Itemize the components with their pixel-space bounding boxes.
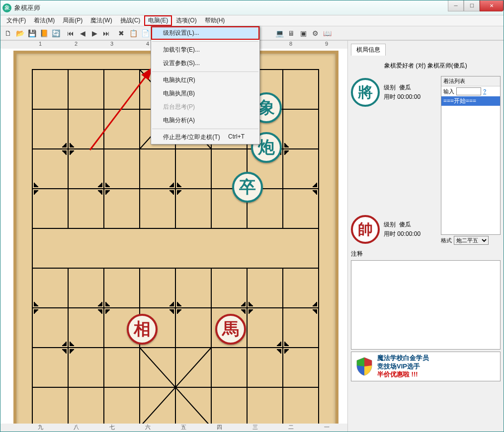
first-icon[interactable]: ⏮ xyxy=(65,28,76,39)
red-player-row: 帥 级别 傻瓜 用时 00:00:00 xyxy=(351,215,437,244)
terminal-icon[interactable]: ▣ xyxy=(298,28,309,39)
menu-挑战(C)[interactable]: 挑战(C) xyxy=(116,15,145,26)
menu-局面(P)[interactable]: 局面(P) xyxy=(59,15,86,26)
maximize-button[interactable]: ☐ xyxy=(464,0,480,11)
menu-item[interactable]: 电脑分析(A) xyxy=(151,114,259,127)
cancel-icon[interactable]: ✖ xyxy=(116,28,127,39)
ad-line3: 半价优惠啦 !!! xyxy=(377,370,429,379)
tab-game-info[interactable]: 棋局信息 xyxy=(351,44,386,56)
side-panel: 棋局信息 象棋爱好者 (对) 象棋巫师(傻瓜) 將 级别 傻瓜 用时 00:00… xyxy=(347,41,504,432)
moves-scroll[interactable]: ===开始=== xyxy=(441,96,500,234)
app-icon: 象 xyxy=(2,3,11,12)
black-time: 00:00:00 xyxy=(397,93,420,100)
moves-header: 着法列表 xyxy=(441,76,500,86)
menu-着法(M)[interactable]: 着法(M) xyxy=(30,15,59,26)
save-icon[interactable]: 💾 xyxy=(26,28,37,39)
input-label: 输入 xyxy=(443,88,454,95)
menu-item: 后台思考(P) xyxy=(151,100,259,114)
menu-魔法(W)[interactable]: 魔法(W) xyxy=(86,15,116,26)
refresh-icon[interactable]: 🔄 xyxy=(50,28,61,39)
piece-馬[interactable]: 馬 xyxy=(215,314,246,345)
next-icon[interactable]: ▶ xyxy=(89,28,100,39)
menu-item[interactable]: 停止思考/立即走棋(T)Ctrl+T xyxy=(151,131,259,144)
moves-list: 着法列表 输入 ? ===开始=== xyxy=(441,76,501,235)
black-general-icon: 將 xyxy=(351,78,380,107)
black-level: 傻瓜 xyxy=(399,84,411,91)
prev-icon[interactable]: ◀ xyxy=(77,28,88,39)
paste-icon[interactable]: 📄 xyxy=(140,28,151,39)
computer-icon[interactable]: 💻 xyxy=(274,28,285,39)
red-general-icon: 帥 xyxy=(351,215,380,244)
menu-item[interactable]: 电脑执黑(B) xyxy=(151,87,259,100)
menu-item[interactable]: 电脑执红(R) xyxy=(151,73,259,87)
settings-icon[interactable]: ⚙ xyxy=(310,28,321,39)
window-buttons: ─ ☐ ✕ xyxy=(448,0,504,11)
piece-相[interactable]: 相 xyxy=(127,314,158,345)
label-time: 用时 xyxy=(384,230,396,237)
move-input[interactable] xyxy=(456,87,481,95)
format-select[interactable]: 炮二平五 xyxy=(454,236,489,245)
help-icon[interactable]: 📖 xyxy=(322,28,333,39)
last-icon[interactable]: ⏭ xyxy=(101,28,112,39)
shield-icon xyxy=(354,357,374,376)
ad-line1: 魔法学校白金学员 xyxy=(377,354,429,362)
opponent-line: 象棋爱好者 (对) 象棋巫师(傻瓜) xyxy=(351,58,501,74)
menu-帮助(H)[interactable]: 帮助(H) xyxy=(201,15,229,26)
red-level: 傻瓜 xyxy=(399,221,411,228)
ad-banner[interactable]: 魔法学校白金学员 竞技场VIP选手 半价优惠啦 !!! xyxy=(351,352,501,381)
format-label: 格式 xyxy=(441,237,452,244)
menubar: 文件(F)着法(M)局面(P)魔法(W)挑战(C)电脑(E)选项(O)帮助(H) xyxy=(0,15,504,26)
menu-item[interactable]: 级别设置(L)... xyxy=(151,26,259,40)
red-time: 00:00:00 xyxy=(397,230,420,237)
open-icon[interactable]: 📂 xyxy=(14,28,25,39)
menu-item[interactable]: 设置参数(S)... xyxy=(151,57,259,70)
computer-menu-dropdown: 级别设置(L)...加载引擎(E)...设置参数(S)...电脑执红(R)电脑执… xyxy=(151,26,260,144)
tab-header: 棋局信息 xyxy=(351,44,501,56)
black-player-row: 將 级别 傻瓜 用时 00:00:00 xyxy=(351,78,437,107)
ruler-bottom: 九八七六五四三二一 xyxy=(0,424,347,432)
label-level: 级别 xyxy=(384,221,396,228)
book-icon[interactable]: 📙 xyxy=(38,28,49,39)
minimize-button[interactable]: ─ xyxy=(448,0,464,11)
menu-文件(F)[interactable]: 文件(F) xyxy=(2,15,30,26)
piece-卒[interactable]: 卒 xyxy=(232,172,263,203)
ad-line2: 竞技场VIP选手 xyxy=(377,362,429,371)
label-level: 级别 xyxy=(384,84,396,91)
help-link[interactable]: ? xyxy=(483,88,486,94)
notes-label: 注释 xyxy=(351,250,501,258)
notes-textarea[interactable] xyxy=(351,260,501,350)
menu-选项(O)[interactable]: 选项(O) xyxy=(172,15,200,26)
label-time: 用时 xyxy=(384,93,396,100)
new-icon[interactable]: 🗋 xyxy=(2,28,13,39)
window-title: 象棋巫师 xyxy=(14,3,40,12)
titlebar: 象 象棋巫师 ─ ☐ ✕ xyxy=(0,0,504,15)
monitor-icon[interactable]: 🖥 xyxy=(286,28,297,39)
copy-icon[interactable]: 📋 xyxy=(128,28,139,39)
move-item-start[interactable]: ===开始=== xyxy=(441,96,500,106)
menu-电脑(E)[interactable]: 电脑(E) xyxy=(144,15,172,26)
menu-item[interactable]: 加载引擎(E)... xyxy=(151,43,259,57)
close-button[interactable]: ✕ xyxy=(480,0,504,11)
